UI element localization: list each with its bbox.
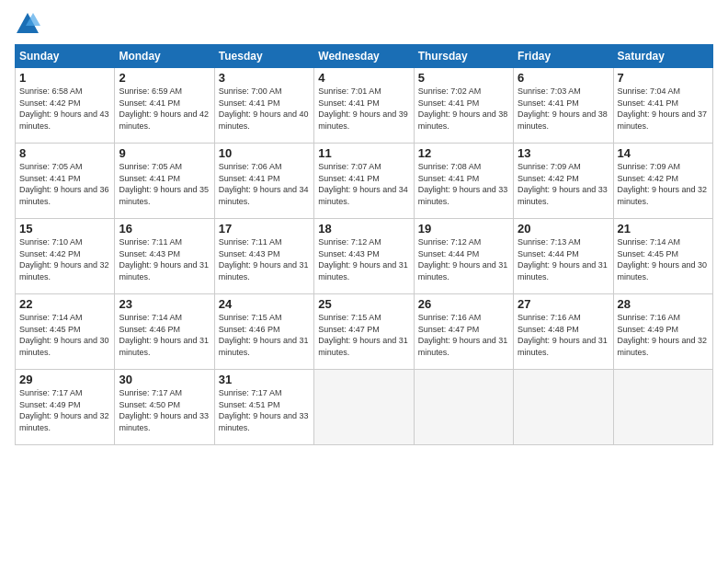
- day-info: Sunrise: 7:00 AMSunset: 4:41 PMDaylight:…: [219, 86, 309, 131]
- calendar-header-thursday: Thursday: [414, 45, 513, 68]
- calendar-cell: 1Sunrise: 6:58 AMSunset: 4:42 PMDaylight…: [16, 68, 115, 144]
- day-info: Sunrise: 7:17 AMSunset: 4:50 PMDaylight:…: [119, 388, 209, 432]
- calendar-week-1: 1Sunrise: 6:58 AMSunset: 4:42 PMDaylight…: [16, 68, 713, 144]
- calendar-cell: 22Sunrise: 7:14 AMSunset: 4:45 PMDayligh…: [16, 294, 115, 370]
- day-number: 14: [618, 146, 709, 160]
- calendar-cell: 26Sunrise: 7:16 AMSunset: 4:47 PMDayligh…: [414, 294, 513, 370]
- day-number: 27: [518, 297, 609, 311]
- calendar-cell: 14Sunrise: 7:09 AMSunset: 4:42 PMDayligh…: [613, 144, 712, 219]
- day-info: Sunrise: 7:17 AMSunset: 4:51 PMDaylight:…: [219, 388, 309, 432]
- calendar-cell: 9Sunrise: 7:05 AMSunset: 4:41 PMDaylight…: [115, 144, 214, 219]
- day-number: 15: [19, 222, 110, 236]
- day-info: Sunrise: 7:11 AMSunset: 4:43 PMDaylight:…: [119, 237, 209, 282]
- calendar-week-3: 15Sunrise: 7:10 AMSunset: 4:42 PMDayligh…: [16, 219, 713, 294]
- calendar-cell: 2Sunrise: 6:59 AMSunset: 4:41 PMDaylight…: [115, 68, 214, 144]
- calendar-cell: 11Sunrise: 7:07 AMSunset: 4:41 PMDayligh…: [314, 144, 414, 219]
- calendar-header-saturday: Saturday: [613, 45, 712, 68]
- calendar-cell: 25Sunrise: 7:15 AMSunset: 4:47 PMDayligh…: [314, 294, 414, 370]
- day-number: 22: [19, 297, 110, 311]
- day-info: Sunrise: 7:09 AMSunset: 4:42 PMDaylight:…: [618, 162, 708, 206]
- calendar-cell: 12Sunrise: 7:08 AMSunset: 4:41 PMDayligh…: [414, 144, 513, 219]
- calendar-cell: 30Sunrise: 7:17 AMSunset: 4:50 PMDayligh…: [115, 370, 214, 445]
- calendar-cell: 4Sunrise: 7:01 AMSunset: 4:41 PMDaylight…: [314, 68, 414, 144]
- day-number: 28: [618, 297, 709, 311]
- day-number: 7: [618, 71, 709, 85]
- day-info: Sunrise: 7:14 AMSunset: 4:45 PMDaylight:…: [618, 237, 708, 282]
- day-number: 11: [318, 146, 409, 160]
- calendar-cell: 7Sunrise: 7:04 AMSunset: 4:41 PMDaylight…: [613, 68, 712, 144]
- calendar-header-monday: Monday: [115, 45, 214, 68]
- calendar-cell: 3Sunrise: 7:00 AMSunset: 4:41 PMDaylight…: [214, 68, 313, 144]
- day-number: 19: [418, 222, 509, 236]
- day-number: 1: [19, 71, 110, 85]
- day-number: 13: [518, 146, 609, 160]
- calendar-cell: 5Sunrise: 7:02 AMSunset: 4:41 PMDaylight…: [414, 68, 513, 144]
- calendar-cell: 24Sunrise: 7:15 AMSunset: 4:46 PMDayligh…: [214, 294, 313, 370]
- day-info: Sunrise: 7:10 AMSunset: 4:42 PMDaylight:…: [19, 237, 109, 282]
- calendar-cell: 20Sunrise: 7:13 AMSunset: 4:44 PMDayligh…: [514, 219, 613, 294]
- day-info: Sunrise: 7:06 AMSunset: 4:41 PMDaylight:…: [219, 162, 309, 206]
- calendar-cell: 19Sunrise: 7:12 AMSunset: 4:44 PMDayligh…: [414, 219, 513, 294]
- day-number: 16: [119, 222, 210, 236]
- day-info: Sunrise: 7:08 AMSunset: 4:41 PMDaylight:…: [418, 162, 508, 206]
- day-number: 23: [119, 297, 210, 311]
- day-number: 2: [119, 71, 210, 85]
- day-info: Sunrise: 7:16 AMSunset: 4:49 PMDaylight:…: [618, 313, 708, 357]
- day-info: Sunrise: 7:12 AMSunset: 4:43 PMDaylight:…: [318, 237, 408, 282]
- day-number: 3: [219, 71, 310, 85]
- day-number: 9: [119, 146, 210, 160]
- calendar-cell: 16Sunrise: 7:11 AMSunset: 4:43 PMDayligh…: [115, 219, 214, 294]
- day-info: Sunrise: 7:05 AMSunset: 4:41 PMDaylight:…: [19, 162, 109, 206]
- calendar-header-wednesday: Wednesday: [314, 45, 414, 68]
- day-info: Sunrise: 6:58 AMSunset: 4:42 PMDaylight:…: [19, 86, 109, 131]
- calendar-week-2: 8Sunrise: 7:05 AMSunset: 4:41 PMDaylight…: [16, 144, 713, 219]
- day-number: 5: [418, 71, 509, 85]
- day-number: 12: [418, 146, 509, 160]
- calendar-cell: [414, 370, 513, 445]
- calendar-cell: [314, 370, 414, 445]
- day-number: 4: [318, 71, 409, 85]
- day-info: Sunrise: 7:14 AMSunset: 4:45 PMDaylight:…: [19, 313, 109, 357]
- calendar-cell: 21Sunrise: 7:14 AMSunset: 4:45 PMDayligh…: [613, 219, 712, 294]
- calendar-cell: 13Sunrise: 7:09 AMSunset: 4:42 PMDayligh…: [514, 144, 613, 219]
- day-info: Sunrise: 7:15 AMSunset: 4:46 PMDaylight:…: [219, 313, 309, 357]
- day-number: 10: [219, 146, 310, 160]
- day-number: 6: [518, 71, 609, 85]
- calendar-cell: [514, 370, 613, 445]
- day-info: Sunrise: 7:13 AMSunset: 4:44 PMDaylight:…: [518, 237, 608, 282]
- calendar-cell: 28Sunrise: 7:16 AMSunset: 4:49 PMDayligh…: [613, 294, 712, 370]
- header: [15, 11, 713, 37]
- day-info: Sunrise: 7:04 AMSunset: 4:41 PMDaylight:…: [618, 86, 708, 131]
- page: SundayMondayTuesdayWednesdayThursdayFrid…: [0, 0, 728, 563]
- day-info: Sunrise: 7:15 AMSunset: 4:47 PMDaylight:…: [318, 313, 408, 357]
- day-number: 20: [518, 222, 609, 236]
- calendar-table: SundayMondayTuesdayWednesdayThursdayFrid…: [15, 44, 713, 445]
- calendar-cell: 18Sunrise: 7:12 AMSunset: 4:43 PMDayligh…: [314, 219, 414, 294]
- day-info: Sunrise: 7:12 AMSunset: 4:44 PMDaylight:…: [418, 237, 508, 282]
- calendar-header-friday: Friday: [514, 45, 613, 68]
- day-number: 21: [618, 222, 709, 236]
- logo-icon: [15, 11, 40, 37]
- day-number: 17: [219, 222, 310, 236]
- calendar-header-row: SundayMondayTuesdayWednesdayThursdayFrid…: [16, 45, 713, 68]
- day-info: Sunrise: 7:02 AMSunset: 4:41 PMDaylight:…: [418, 86, 508, 131]
- day-info: Sunrise: 7:07 AMSunset: 4:41 PMDaylight:…: [318, 162, 408, 206]
- day-info: Sunrise: 7:09 AMSunset: 4:42 PMDaylight:…: [518, 162, 608, 206]
- day-number: 30: [119, 373, 210, 386]
- calendar-cell: 17Sunrise: 7:11 AMSunset: 4:43 PMDayligh…: [214, 219, 313, 294]
- day-info: Sunrise: 7:16 AMSunset: 4:47 PMDaylight:…: [418, 313, 508, 357]
- day-number: 29: [19, 373, 110, 386]
- calendar-week-4: 22Sunrise: 7:14 AMSunset: 4:45 PMDayligh…: [16, 294, 713, 370]
- calendar-cell: 6Sunrise: 7:03 AMSunset: 4:41 PMDaylight…: [514, 68, 613, 144]
- day-number: 18: [318, 222, 409, 236]
- calendar-cell: 27Sunrise: 7:16 AMSunset: 4:48 PMDayligh…: [514, 294, 613, 370]
- logo: [15, 11, 44, 37]
- day-info: Sunrise: 7:03 AMSunset: 4:41 PMDaylight:…: [518, 86, 608, 131]
- calendar-cell: 15Sunrise: 7:10 AMSunset: 4:42 PMDayligh…: [16, 219, 115, 294]
- day-info: Sunrise: 7:14 AMSunset: 4:46 PMDaylight:…: [119, 313, 209, 357]
- day-number: 25: [318, 297, 409, 311]
- day-number: 8: [19, 146, 110, 160]
- day-info: Sunrise: 6:59 AMSunset: 4:41 PMDaylight:…: [119, 86, 209, 131]
- calendar-header-tuesday: Tuesday: [214, 45, 313, 68]
- day-number: 31: [219, 373, 310, 386]
